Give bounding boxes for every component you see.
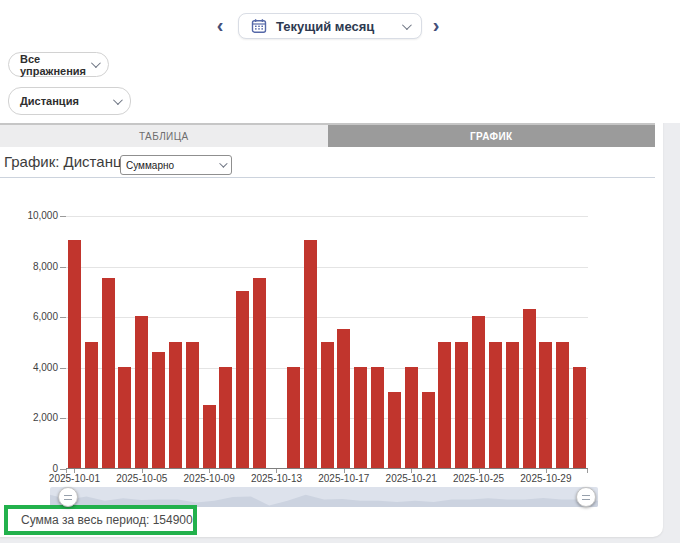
next-period-button[interactable]: ›	[426, 12, 446, 38]
chart-bar-2025-10-26[interactable]	[489, 342, 502, 469]
x-axis-tick	[546, 469, 547, 473]
chart-bar-2025-10-14[interactable]	[287, 367, 300, 468]
chart-bar-2025-10-04[interactable]	[118, 367, 131, 468]
chart-bar-2025-10-01[interactable]	[68, 240, 81, 468]
period-total-text: Сумма за весь период: 154900	[21, 513, 193, 527]
chart-bar-2025-10-16[interactable]	[321, 342, 334, 469]
divider	[0, 177, 655, 178]
chart-bar-2025-10-31[interactable]	[573, 367, 586, 468]
x-axis-tick	[209, 469, 210, 473]
chart-bar-2025-10-21[interactable]	[405, 367, 418, 468]
chart-bar-2025-10-17[interactable]	[337, 329, 350, 468]
plot-area	[66, 216, 588, 469]
metric-select-value: Дистанция	[20, 95, 79, 107]
period-select[interactable]: Текущий месяц	[238, 13, 422, 39]
chart-bar-2025-10-19[interactable]	[371, 367, 384, 468]
chart-bar-2025-10-28[interactable]	[523, 309, 536, 468]
range-handle-left[interactable]	[58, 487, 78, 507]
chevron-down-icon	[402, 20, 412, 30]
chart-bar-2025-10-02[interactable]	[85, 342, 98, 469]
chart-bar-2025-10-27[interactable]	[506, 342, 519, 469]
gridline	[66, 267, 588, 268]
chart-bar-2025-10-18[interactable]	[354, 367, 367, 468]
bar-chart: 02,0004,0006,0008,00010,000 2025-10-0120…	[0, 180, 655, 507]
range-handle-right[interactable]	[576, 487, 596, 507]
y-axis-label: 10,000	[0, 210, 58, 221]
chart-bar-2025-10-05[interactable]	[135, 316, 148, 468]
drag-grip-icon	[64, 495, 72, 500]
x-axis-label: 2025-10-21	[376, 473, 446, 484]
calendar-icon	[251, 18, 267, 34]
chart-bar-2025-10-12[interactable]	[253, 278, 266, 468]
chart-bar-2025-10-03[interactable]	[102, 278, 115, 468]
chart-bar-2025-10-06[interactable]	[152, 352, 165, 468]
drag-grip-icon	[582, 495, 590, 500]
view-tabs: ТАБЛИЦА ГРАФИК	[0, 123, 655, 147]
chart-bar-2025-10-07[interactable]	[169, 342, 182, 469]
x-axis-tick	[74, 469, 75, 473]
x-axis-tick	[344, 469, 345, 473]
chart-bar-2025-10-24[interactable]	[455, 342, 468, 469]
x-axis-label: 2025-10-13	[241, 473, 311, 484]
chart-bar-2025-10-20[interactable]	[388, 392, 401, 468]
aggregation-mode-select[interactable]: Суммарно	[120, 155, 232, 175]
x-axis-tick	[142, 469, 143, 473]
x-axis-label: 2025-10-01	[39, 473, 109, 484]
page-background	[663, 0, 680, 123]
aggregation-mode-value: Суммарно	[126, 160, 174, 171]
chart-bar-2025-10-29[interactable]	[539, 342, 552, 469]
chart-bar-2025-10-30[interactable]	[556, 342, 569, 469]
period-total-box: Сумма за весь период: 154900	[4, 505, 197, 535]
period-select-value: Текущий месяц	[276, 19, 393, 34]
x-axis-tick	[411, 469, 412, 473]
chevron-down-icon	[91, 58, 101, 68]
chart-bar-2025-10-25[interactable]	[472, 316, 485, 468]
chart-bar-2025-10-09[interactable]	[203, 405, 216, 468]
x-axis-label: 2025-10-17	[309, 473, 379, 484]
gridline	[66, 216, 588, 217]
chart-bar-2025-10-22[interactable]	[422, 392, 435, 468]
y-axis-label: 6,000	[0, 311, 58, 322]
y-axis-label: 2,000	[0, 412, 58, 423]
x-axis-label: 2025-10-09	[174, 473, 244, 484]
chart-title: График: Дистанция	[4, 153, 138, 170]
y-axis-label: 4,000	[0, 362, 58, 373]
tab-table[interactable]: ТАБЛИЦА	[0, 125, 328, 147]
previous-period-button[interactable]: ‹	[210, 12, 230, 38]
navigator-preview	[50, 487, 598, 507]
x-axis-label: 2025-10-05	[107, 473, 177, 484]
x-axis-end-tick	[66, 469, 67, 473]
chart-bar-2025-10-10[interactable]	[219, 367, 232, 468]
range-navigator[interactable]	[50, 487, 598, 507]
y-axis-label: 8,000	[0, 261, 58, 272]
metric-select[interactable]: Дистанция	[8, 87, 131, 115]
x-axis-tick	[276, 469, 277, 473]
exercise-select[interactable]: Все упражнения	[8, 52, 109, 77]
x-axis-label: 2025-10-25	[444, 473, 514, 484]
x-axis-tick	[479, 469, 480, 473]
chart-bar-2025-10-08[interactable]	[186, 342, 199, 469]
chevron-down-icon	[113, 95, 123, 105]
chart-bar-2025-10-15[interactable]	[304, 240, 317, 468]
chevron-down-icon	[219, 159, 227, 167]
tab-chart[interactable]: ГРАФИК	[328, 125, 656, 147]
x-axis-end-tick	[587, 469, 588, 473]
x-axis-label: 2025-10-29	[511, 473, 581, 484]
chart-bar-2025-10-11[interactable]	[236, 291, 249, 468]
exercise-select-value: Все упражнения	[20, 53, 91, 77]
chart-bar-2025-10-23[interactable]	[438, 342, 451, 469]
